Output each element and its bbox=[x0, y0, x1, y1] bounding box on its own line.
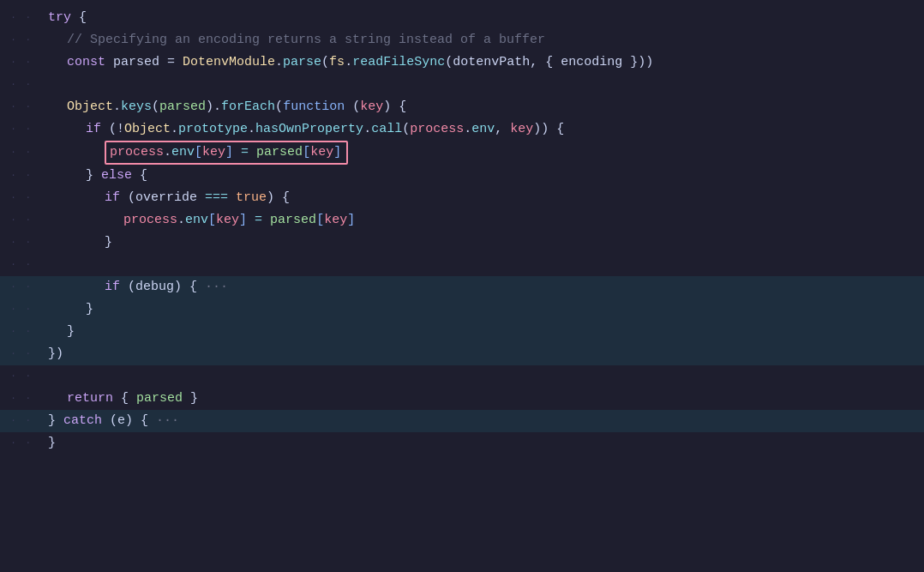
line-content: Object.keys(parsed).forEach(function (ke… bbox=[41, 97, 924, 117]
code-editor: · ·try {· ·// Specifying an encoding ret… bbox=[0, 0, 924, 572]
line-gutter: · · bbox=[0, 10, 41, 26]
code-line: · ·process.env[key] = parsed[key] bbox=[0, 141, 924, 165]
line-content: // Specifying an encoding returns a stri… bbox=[41, 30, 924, 51]
line-content: } bbox=[41, 322, 924, 342]
line-content bbox=[41, 366, 924, 387]
line-content: try { bbox=[41, 8, 924, 28]
code-line: · ·} bbox=[0, 298, 924, 321]
code-line: · ·if (!Object.prototype.hasOwnProperty.… bbox=[0, 118, 924, 141]
line-content: if (!Object.prototype.hasOwnProperty.cal… bbox=[41, 119, 924, 140]
code-line: · ·const parsed = DotenvModule.parse(fs.… bbox=[0, 51, 924, 74]
line-content: process.env[key] = parsed[key] bbox=[41, 210, 924, 231]
line-gutter: · · bbox=[0, 436, 41, 451]
line-gutter: · · bbox=[0, 324, 41, 340]
line-gutter: · · bbox=[0, 190, 41, 206]
line-gutter: · · bbox=[0, 413, 41, 429]
code-line: · · bbox=[0, 254, 924, 276]
line-gutter: · · bbox=[0, 213, 41, 228]
line-content: }) bbox=[41, 344, 924, 364]
code-line: · ·try { bbox=[0, 7, 924, 29]
line-gutter: · · bbox=[0, 369, 41, 384]
highlighted-line-box: process.env[key] = parsed[key] bbox=[105, 141, 348, 165]
line-content: } bbox=[41, 232, 924, 253]
code-line: · · bbox=[0, 365, 924, 388]
line-gutter: · · bbox=[0, 257, 41, 273]
code-line: · ·Object.keys(parsed).forEach(function … bbox=[0, 96, 924, 118]
line-gutter: · · bbox=[0, 280, 41, 295]
line-content: process.env[key] = parsed[key] bbox=[41, 141, 924, 165]
code-line: · ·} bbox=[0, 432, 924, 455]
line-content bbox=[41, 255, 924, 275]
code-line: · ·}) bbox=[0, 343, 924, 365]
code-line: · ·} bbox=[0, 232, 924, 254]
line-gutter: · · bbox=[0, 145, 41, 160]
code-line: · ·} bbox=[0, 321, 924, 343]
code-line: · · bbox=[0, 74, 924, 96]
line-gutter: · · bbox=[0, 122, 41, 137]
code-line: · ·if (debug) { ··· bbox=[0, 276, 924, 298]
line-content: return { parsed } bbox=[41, 388, 924, 409]
line-gutter: · · bbox=[0, 302, 41, 317]
code-line: · ·// Specifying an encoding returns a s… bbox=[0, 29, 924, 51]
line-content: const parsed = DotenvModule.parse(fs.rea… bbox=[41, 52, 924, 73]
line-content: } catch (e) { ··· bbox=[41, 411, 924, 431]
line-content: if (override === true) { bbox=[41, 188, 924, 208]
line-gutter: · · bbox=[0, 33, 41, 48]
line-gutter: · · bbox=[0, 99, 41, 115]
line-gutter: · · bbox=[0, 346, 41, 362]
code-line: · ·return { parsed } bbox=[0, 388, 924, 410]
line-gutter: · · bbox=[0, 168, 41, 184]
line-gutter: · · bbox=[0, 391, 41, 406]
code-line: · ·process.env[key] = parsed[key] bbox=[0, 209, 924, 232]
line-gutter: · · bbox=[0, 235, 41, 250]
code-line: · ·if (override === true) { bbox=[0, 187, 924, 209]
line-content bbox=[41, 75, 924, 95]
line-content: } bbox=[41, 299, 924, 320]
code-line: · ·} catch (e) { ··· bbox=[0, 410, 924, 432]
line-content: } else { bbox=[41, 166, 924, 186]
line-content: if (debug) { ··· bbox=[41, 277, 924, 298]
line-gutter: · · bbox=[0, 77, 41, 93]
line-gutter: · · bbox=[0, 55, 41, 70]
line-content: } bbox=[41, 433, 924, 454]
code-line: · ·} else { bbox=[0, 165, 924, 187]
